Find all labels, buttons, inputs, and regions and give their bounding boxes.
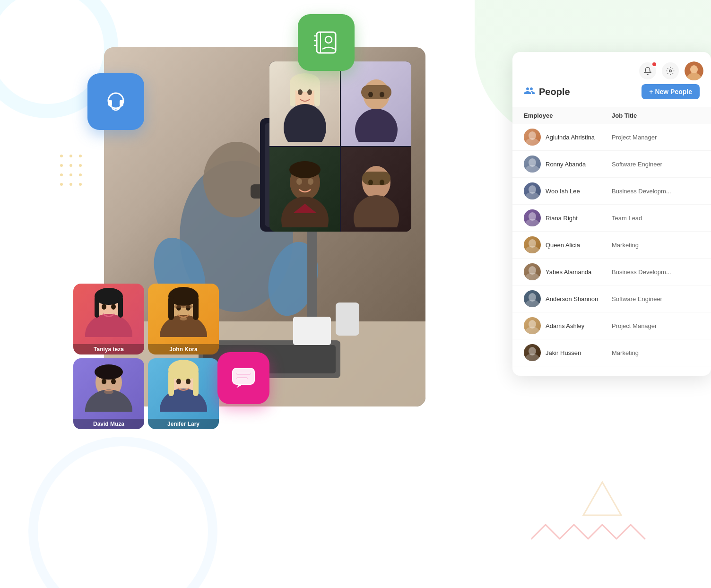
- svg-point-68: [102, 304, 106, 310]
- svg-rect-78: [182, 305, 193, 308]
- people-icon: [524, 85, 535, 99]
- svg-point-27: [284, 104, 326, 142]
- svg-marker-12: [583, 482, 621, 515]
- job-title: Marketing: [612, 242, 700, 249]
- employee-name: Yabes Alamanda: [546, 268, 591, 276]
- svg-point-41: [296, 178, 302, 185]
- svg-point-110: [525, 300, 540, 307]
- svg-point-87: [160, 389, 207, 412]
- job-title: Software Engineer: [612, 295, 700, 303]
- svg-rect-66: [95, 296, 99, 318]
- employee-cell: Queen Alicia: [524, 236, 612, 253]
- panel-header: People + New People: [512, 84, 711, 107]
- svg-point-112: [525, 327, 540, 334]
- svg-rect-57: [233, 368, 254, 384]
- svg-point-93: [669, 70, 672, 72]
- person-card-taniya[interactable]: Taniya teza: [73, 284, 144, 355]
- notification-button[interactable]: [639, 62, 656, 79]
- employee-name: Agluinda Ahristina: [546, 134, 595, 141]
- table-row[interactable]: Queen Alicia Marketing: [512, 232, 711, 259]
- employee-name: Ronny Abanda: [546, 161, 586, 168]
- svg-rect-49: [108, 100, 112, 106]
- headset-app-icon[interactable]: [87, 73, 144, 130]
- svg-rect-73: [168, 296, 174, 320]
- employee-name: Queen Alicia: [546, 242, 580, 249]
- svg-point-36: [368, 92, 373, 97]
- video-participant-3: [269, 147, 340, 232]
- svg-point-53: [325, 36, 332, 43]
- person-card-name-taniya: Taniya teza: [73, 344, 144, 355]
- new-people-button[interactable]: + New People: [642, 84, 700, 99]
- svg-point-17: [203, 142, 269, 217]
- svg-point-92: [186, 379, 191, 384]
- employee-cell: Adams Ashley: [524, 317, 612, 334]
- svg-point-98: [525, 138, 540, 146]
- svg-rect-29: [290, 83, 295, 106]
- person-card-jenifer[interactable]: Jenifer Lary: [148, 358, 219, 429]
- svg-point-114: [525, 354, 540, 361]
- job-title: Software Engineer: [612, 161, 700, 168]
- user-avatar-header[interactable]: [685, 61, 703, 80]
- table-row[interactable]: Anderson Shannon Software Engineer: [512, 285, 711, 312]
- svg-point-3: [60, 164, 63, 167]
- svg-point-1: [69, 155, 72, 157]
- employee-cell: Woo Ish Lee: [524, 182, 612, 199]
- table-row[interactable]: Agluinda Ahristina Project Manager: [512, 124, 711, 151]
- svg-point-106: [525, 246, 540, 253]
- job-title: Business Developm...: [612, 188, 700, 195]
- svg-point-91: [176, 379, 181, 384]
- svg-point-34: [355, 109, 398, 142]
- person-card-face: [148, 284, 219, 337]
- employee-avatar: [524, 209, 541, 226]
- person-card-david[interactable]: David Muza: [73, 358, 144, 429]
- triangle-decoration: [579, 477, 626, 527]
- employee-avatar: [524, 344, 541, 361]
- person-card-face: [73, 358, 144, 412]
- svg-point-0: [60, 155, 63, 157]
- table-row[interactable]: Riana Right Team Lead: [512, 205, 711, 232]
- table-row[interactable]: Adams Ashley Project Manager: [512, 312, 711, 339]
- table-row[interactable]: Woo Ish Lee Business Developm...: [512, 178, 711, 205]
- employee-cell: Anderson Shannon: [524, 290, 612, 307]
- video-participant-4: [341, 147, 411, 232]
- svg-point-108: [525, 273, 540, 280]
- svg-rect-74: [193, 296, 199, 320]
- svg-point-47: [380, 180, 384, 185]
- person-card-face: [73, 284, 144, 337]
- table-row[interactable]: Ronny Abanda Software Engineer: [512, 151, 711, 178]
- address-book-app-icon[interactable]: [298, 14, 355, 71]
- job-title: Team Lead: [612, 215, 700, 222]
- employee-avatar: [524, 156, 541, 173]
- person-card-name-david: David Muza: [73, 419, 144, 429]
- table-header: Employee Job Title: [512, 107, 711, 124]
- svg-rect-24: [336, 303, 359, 336]
- table-row[interactable]: Yabes Alamanda Business Developm...: [512, 259, 711, 285]
- employee-avatar: [524, 236, 541, 253]
- svg-rect-89: [168, 370, 174, 396]
- people-cards-grid: Taniya teza John Kora: [73, 284, 219, 429]
- person-card-name-jenifer: Jenifer Lary: [148, 419, 219, 429]
- svg-point-11: [79, 183, 82, 186]
- svg-point-104: [525, 219, 540, 226]
- employee-avatar: [524, 317, 541, 334]
- employee-name: Woo Ish Lee: [546, 188, 580, 195]
- employee-avatar: [524, 290, 541, 307]
- employee-column-header: Employee: [524, 112, 612, 119]
- table-row[interactable]: Jakir Hussen Marketing: [512, 339, 711, 366]
- svg-point-69: [111, 304, 116, 310]
- svg-point-2: [79, 155, 82, 157]
- video-call-overlay: [269, 61, 411, 232]
- svg-rect-90: [193, 370, 199, 396]
- svg-point-79: [180, 317, 187, 320]
- svg-point-8: [79, 173, 82, 176]
- person-card-john[interactable]: John Kora: [148, 284, 219, 355]
- employee-name: Adams Ashley: [546, 322, 584, 329]
- svg-point-102: [525, 192, 540, 199]
- svg-point-95: [690, 65, 698, 74]
- svg-point-82: [95, 364, 123, 380]
- employee-avatar: [524, 263, 541, 280]
- settings-button[interactable]: [662, 62, 679, 79]
- employee-cell: Yabes Alamanda: [524, 263, 612, 280]
- chat-app-icon[interactable]: [217, 352, 269, 404]
- svg-point-100: [525, 165, 540, 173]
